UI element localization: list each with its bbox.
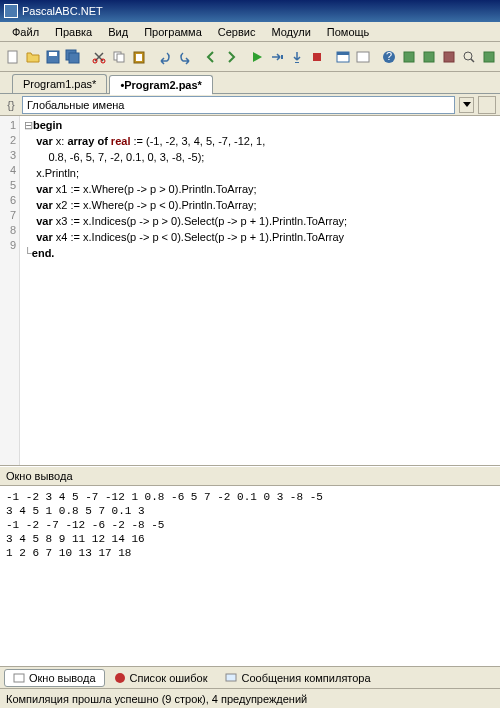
stop-button[interactable] [308,46,326,68]
menu-modules[interactable]: Модули [263,24,318,40]
file-tabs: Program1.pas* •Program2.pas* [0,72,500,94]
svg-point-26 [115,673,125,683]
title-bar: PascalABC.NET [0,0,500,22]
svg-rect-13 [313,53,321,61]
new-file-button[interactable] [4,46,22,68]
tool-b-button[interactable] [420,46,438,68]
svg-rect-2 [49,52,57,56]
code-editor[interactable]: ⊟begin var x: array of real := (-1, -2, … [20,116,500,465]
open-button[interactable] [24,46,42,68]
svg-rect-20 [424,52,434,62]
menu-file[interactable]: Файл [4,24,47,40]
line-num: 1 [0,118,16,133]
svg-rect-11 [281,55,283,59]
line-num: 7 [0,208,16,223]
svg-rect-8 [117,54,124,62]
tab-program2[interactable]: •Program2.pas* [109,75,213,94]
undo-button[interactable] [156,46,174,68]
cut-button[interactable] [90,46,108,68]
step-over-button[interactable] [268,46,286,68]
tab-program1[interactable]: Program1.pas* [12,74,107,93]
line-num: 8 [0,223,16,238]
copy-button[interactable] [110,46,128,68]
menu-help[interactable]: Помощь [319,24,378,40]
svg-rect-21 [444,52,454,62]
scope-combo[interactable] [22,96,455,114]
nav-back-button[interactable] [202,46,220,68]
run-button[interactable] [248,46,266,68]
menu-edit[interactable]: Правка [47,24,100,40]
nav-forward-button[interactable] [222,46,240,68]
tool-c-button[interactable] [440,46,458,68]
braces-icon: {} [4,98,18,112]
line-num: 6 [0,193,16,208]
svg-rect-15 [337,52,349,55]
svg-rect-16 [357,52,369,62]
error-icon [114,672,126,684]
paste-button[interactable] [130,46,148,68]
svg-rect-27 [226,674,236,681]
nav-bar: {} [0,94,500,116]
editor-area: 1 2 3 4 5 6 7 8 9 ⊟begin var x: array of… [0,116,500,466]
svg-rect-4 [69,53,79,63]
menu-bar: Файл Правка Вид Программа Сервис Модули … [0,22,500,42]
menu-service[interactable]: Сервис [210,24,264,40]
scope-input[interactable] [27,99,450,111]
svg-text:{}: {} [7,99,15,111]
svg-rect-12 [295,62,299,63]
line-num: 2 [0,133,16,148]
btab-errors[interactable]: Список ошибок [105,669,217,687]
status-bar: Компиляция прошла успешно (9 строк), 4 п… [0,688,500,708]
tool-a-button[interactable] [400,46,418,68]
svg-rect-10 [136,54,142,61]
output-icon [13,672,25,684]
message-icon [225,672,237,684]
tool-d-button[interactable] [480,46,498,68]
svg-rect-23 [484,52,494,62]
btab-output[interactable]: Окно вывода [4,669,105,687]
btab-label: Сообщения компилятора [241,672,370,684]
output-header: Окно вывода [0,466,500,486]
line-num: 3 [0,148,16,163]
window-2-button[interactable] [354,46,372,68]
btab-label: Окно вывода [29,672,96,684]
help-button[interactable]: ? [380,46,398,68]
line-num: 9 [0,238,16,253]
line-num: 5 [0,178,16,193]
search-button[interactable] [460,46,478,68]
btab-messages[interactable]: Сообщения компилятора [216,669,379,687]
line-gutter: 1 2 3 4 5 6 7 8 9 [0,116,20,465]
bottom-tabs: Окно вывода Список ошибок Сообщения комп… [0,666,500,688]
svg-text:?: ? [386,50,392,62]
save-button[interactable] [44,46,62,68]
btab-label: Список ошибок [130,672,208,684]
toolbar: ? [0,42,500,72]
status-text: Компиляция прошла успешно (9 строк), 4 п… [6,693,307,705]
redo-button[interactable] [176,46,194,68]
app-icon [4,4,18,18]
menu-view[interactable]: Вид [100,24,136,40]
svg-rect-25 [14,674,24,682]
line-num: 4 [0,163,16,178]
svg-point-22 [464,52,472,60]
step-into-button[interactable] [288,46,306,68]
app-title: PascalABC.NET [22,5,103,17]
output-pane[interactable]: -1 -2 3 4 5 -7 -12 1 0.8 -6 5 7 -2 0.1 0… [0,486,500,666]
menu-program[interactable]: Программа [136,24,210,40]
dropdown-button[interactable] [459,97,474,113]
svg-rect-19 [404,52,414,62]
side-button[interactable] [478,96,496,114]
save-all-button[interactable] [64,46,82,68]
window-1-button[interactable] [334,46,352,68]
svg-rect-0 [8,51,17,63]
